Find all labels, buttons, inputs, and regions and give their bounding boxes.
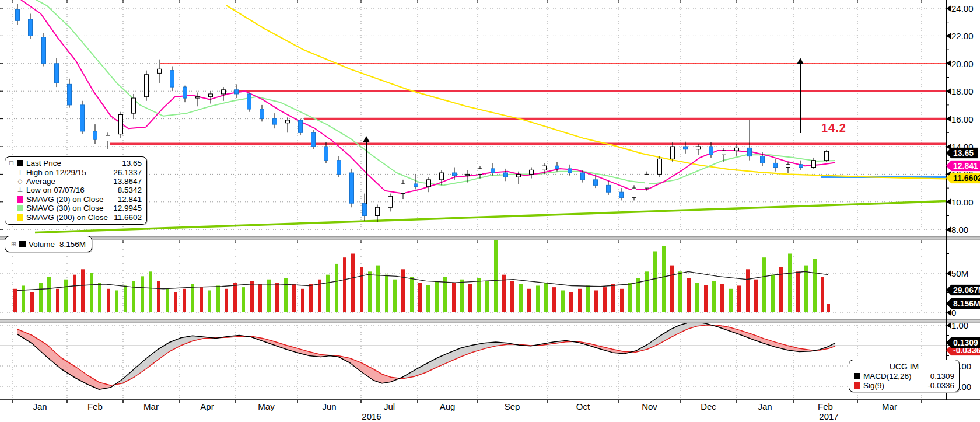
collapse-box-icon[interactable]: ⊟ xyxy=(9,159,17,167)
month-label: Mar xyxy=(882,402,897,411)
month-label: Mar xyxy=(144,402,159,411)
macd-fill xyxy=(741,330,752,339)
volume-bar xyxy=(460,280,464,312)
volume-bar xyxy=(712,281,716,312)
volume-bar xyxy=(149,271,152,312)
candle-body xyxy=(517,174,521,177)
last-price-swatch-icon xyxy=(17,160,23,166)
axis-tick-arrow-icon xyxy=(946,199,951,205)
volume-bar xyxy=(527,289,531,312)
legend-row-sig[interactable]: Sig(9) -0.0336 xyxy=(854,381,954,389)
volume-bar xyxy=(326,275,330,312)
volume-bar xyxy=(754,280,758,312)
trendline xyxy=(35,201,946,233)
panel-divider-1[interactable] xyxy=(0,236,980,240)
candle-body xyxy=(376,207,380,215)
candle-body xyxy=(607,185,611,192)
month-label: Jun xyxy=(322,402,336,411)
volume-bar xyxy=(536,285,540,312)
volume-bar xyxy=(737,285,741,312)
candle-body xyxy=(696,147,701,149)
expand-box-icon[interactable]: ⊞ xyxy=(11,240,19,248)
candle-body xyxy=(312,132,316,147)
volume-bar xyxy=(804,266,808,312)
candle-body xyxy=(645,174,649,188)
volume-bar xyxy=(216,285,220,312)
volume-bar xyxy=(56,289,60,312)
volume-bar xyxy=(796,271,800,312)
volume-legend-box[interactable]: ⊞ Volume 8.156M xyxy=(5,236,92,252)
volume-bar xyxy=(200,287,203,312)
volume-bar xyxy=(611,284,615,312)
volume-bar xyxy=(301,289,304,312)
volume-bar xyxy=(225,289,228,312)
macd-fill xyxy=(158,343,169,360)
macd-fill xyxy=(764,339,776,347)
volume-bar xyxy=(687,278,691,312)
month-label: Nov xyxy=(642,402,657,411)
candle-body xyxy=(427,180,431,187)
macd-line xyxy=(18,322,835,390)
sma200-swatch-icon xyxy=(17,214,23,221)
candle-body xyxy=(491,169,495,173)
candle-body xyxy=(196,97,200,98)
month-label: Apr xyxy=(200,402,214,411)
legend-row-sma200[interactable]: SMAVG (200) on Close 11.6602 xyxy=(9,212,142,221)
panel-divider-2[interactable] xyxy=(0,319,980,323)
axis-tick-arrow-icon xyxy=(946,226,951,232)
price-value-badge: 11.6602 xyxy=(946,173,980,184)
legend-row-average[interactable]: ◇ Average 13.8647 xyxy=(9,177,142,186)
candle-body xyxy=(183,87,187,98)
candle-body xyxy=(632,188,636,198)
legend-row-sma30[interactable]: SMAVG (30) on Close 12.9945 xyxy=(9,204,142,212)
volume-bar xyxy=(670,266,674,312)
candle-body xyxy=(466,174,470,175)
macd-value-badge: 0.1309 xyxy=(946,337,980,348)
candle-body xyxy=(29,19,33,36)
candle-body xyxy=(748,148,752,156)
candle-body xyxy=(594,180,598,185)
volume-bar xyxy=(284,278,288,312)
year-label: 2017 xyxy=(819,411,838,421)
volume-bar xyxy=(174,292,177,312)
volume-bar xyxy=(166,289,169,312)
candle-body xyxy=(581,173,585,180)
candle-body xyxy=(55,64,59,83)
legend-row-sma20[interactable]: SMAVG (20) on Close 12.841 xyxy=(9,195,142,204)
up-arrow-head xyxy=(363,136,370,142)
legend-row-macd[interactable]: MACD(12,26) 0.1309 xyxy=(854,372,954,381)
candle-body xyxy=(555,166,559,169)
volume-bar xyxy=(827,304,830,312)
month-label: Oct xyxy=(576,402,590,411)
year-separator xyxy=(13,401,13,418)
volume-bar xyxy=(275,283,279,312)
price-legend-box[interactable]: ⊟ Last Price 13.65 ⊤ High on 12/29/15 26… xyxy=(5,156,147,225)
volume-bar xyxy=(418,283,422,312)
volume-bar xyxy=(81,269,85,312)
legend-row-low[interactable]: ⊥ Low on 07/07/16 8.5342 xyxy=(9,186,142,194)
sma20-swatch-icon xyxy=(17,196,23,203)
volume-bar xyxy=(73,275,76,312)
axis-tick-arrow-icon xyxy=(946,33,951,39)
volume-bar xyxy=(250,281,254,312)
up-arrow-head xyxy=(797,58,804,64)
volume-bar xyxy=(368,271,372,312)
axis-tick-arrow-icon xyxy=(946,5,951,11)
legend-row-last-price[interactable]: ⊟ Last Price 13.65 xyxy=(9,159,142,168)
volume-bar xyxy=(720,284,724,312)
volume-bar xyxy=(578,289,582,312)
volume-bar xyxy=(360,267,363,312)
year-separator xyxy=(737,401,737,418)
candle-body xyxy=(106,135,110,141)
volume-bar xyxy=(376,266,380,312)
volume-bar xyxy=(477,278,481,312)
candle-body xyxy=(504,173,508,177)
axis-tick-arrow-icon xyxy=(946,61,951,67)
macd-legend-box[interactable]: UCG IM MACD(12,26) 0.1309 Sig(9) -0.0336 xyxy=(849,360,960,392)
candle-body xyxy=(542,166,547,170)
volume-bar xyxy=(662,246,666,312)
volume-bar xyxy=(544,283,548,312)
month-label: May xyxy=(258,402,274,411)
legend-row-high[interactable]: ⊤ High on 12/29/15 26.1337 xyxy=(9,168,142,176)
volume-bar xyxy=(13,289,17,312)
